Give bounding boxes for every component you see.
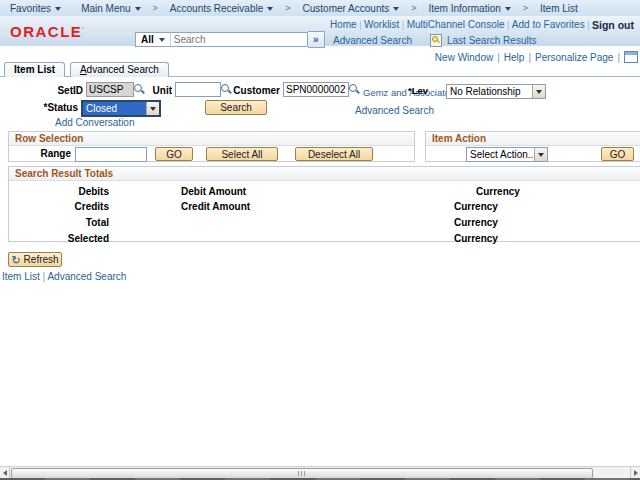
breadcrumb-separator: > — [283, 3, 292, 13]
totals-row-debits: Debits Debit Amount Currency — [9, 186, 640, 200]
customer-field[interactable]: SPN0000002 — [283, 82, 349, 97]
app-header: ORACLE' Home | Worklist | MultiChannel C… — [0, 16, 640, 46]
nav-multichannel-console-link[interactable]: MultiChannel Console — [407, 19, 505, 30]
new-window-link[interactable]: New Window — [435, 52, 493, 63]
search-result-totals-title: Search Result Totals — [9, 167, 640, 181]
customer-name-link[interactable]: Gemz and Associate — [363, 87, 450, 98]
menu-favorites[interactable]: Favorites — [0, 0, 71, 16]
separator: | — [43, 271, 46, 282]
tab-item-list[interactable]: Item List — [4, 62, 65, 77]
level-label: *Lev — [408, 85, 428, 96]
select-all-button[interactable]: Select All — [206, 147, 278, 161]
menu-main-menu[interactable]: Main Menu — [71, 0, 150, 16]
refresh-button[interactable]: ↻ Refresh — [8, 252, 62, 267]
global-search: All » — [135, 32, 325, 47]
deselect-all-button[interactable]: Deselect All — [295, 147, 373, 161]
chevron-down-icon — [267, 7, 273, 11]
separator: | — [497, 52, 500, 63]
separator: | — [507, 20, 509, 30]
peoplesoft-item-list-page: Favorites Main Menu > Accounts Receivabl… — [0, 0, 640, 480]
last-search-results-icon — [430, 34, 442, 47]
scroll-right-icon[interactable] — [630, 467, 640, 478]
search-scope-dropdown[interactable]: All — [135, 32, 170, 47]
totals-row-credits: Credits Credit Amount Currency — [9, 201, 640, 215]
search-input[interactable] — [170, 32, 308, 47]
item-action-select[interactable]: Select Action... — [466, 147, 548, 162]
header-nav: Home | Worklist | MultiChannel Console |… — [330, 18, 634, 31]
row-selection-groupbox: Row Selection Range GO Select All Desele… — [8, 131, 415, 162]
combo-arrow-icon[interactable] — [534, 148, 547, 161]
personalize-page-link[interactable]: Personalize Page — [535, 52, 613, 63]
scrollbar-grip — [298, 471, 307, 476]
unit-label: Unit — [125, 85, 172, 96]
breadcrumb-accounts-receivable[interactable]: Accounts Receivable — [160, 0, 283, 16]
oracle-logo: ORACLE' — [10, 23, 85, 40]
last-search-results-link[interactable]: Last Search Results — [447, 35, 537, 46]
customer-label: Customer — [215, 85, 280, 96]
add-conversation-link[interactable]: Add Conversation — [55, 117, 135, 128]
form-advanced-search-link[interactable]: Advanced Search — [355, 105, 434, 116]
separator: | — [587, 20, 589, 30]
search-button[interactable]: Search — [205, 100, 267, 115]
search-go-button[interactable]: » — [308, 31, 325, 48]
item-action-title: Item Action — [426, 132, 640, 146]
sign-out-link[interactable]: Sign out — [592, 19, 634, 31]
chevron-down-icon — [393, 7, 399, 11]
breadcrumb-separator: > — [521, 3, 530, 13]
horizontal-scrollbar[interactable] — [0, 466, 640, 478]
refresh-icon: ↻ — [11, 255, 20, 265]
range-go-button[interactable]: GO — [155, 147, 193, 161]
separator: | — [402, 20, 404, 30]
nav-add-to-favorites-link[interactable]: Add to Favorites — [512, 19, 585, 30]
setid-label: SetID — [20, 85, 83, 96]
chevron-down-icon — [135, 7, 141, 11]
totals-row-total: Total Currency — [9, 217, 640, 231]
range-field[interactable] — [75, 147, 147, 162]
breadcrumb-item-information[interactable]: Item Information — [419, 0, 521, 16]
status-select[interactable]: Closed — [81, 100, 161, 117]
tab-bar: Item List Advanced Search — [0, 62, 640, 77]
row-selection-title: Row Selection — [9, 132, 414, 146]
separator: | — [359, 20, 361, 30]
item-action-groupbox: Item Action Select Action... GO — [425, 131, 640, 162]
footer-links: Item List | Advanced Search — [2, 271, 126, 282]
level-select[interactable]: No Relationship — [446, 84, 546, 99]
breadcrumb-item-list[interactable]: Item List — [530, 0, 588, 16]
scroll-left-icon[interactable] — [0, 467, 10, 478]
breadcrumb: Favorites Main Menu > Accounts Receivabl… — [0, 0, 640, 17]
footer-item-list-link[interactable]: Item List — [2, 271, 40, 282]
breadcrumb-customer-accounts[interactable]: Customer Accounts — [293, 0, 410, 16]
nav-home-link[interactable]: Home — [330, 19, 357, 30]
tab-advanced-search[interactable]: Advanced Search — [70, 62, 169, 77]
nav-worklist-link[interactable]: Worklist — [364, 19, 399, 30]
breadcrumb-separator: > — [409, 3, 418, 13]
search-criteria-form: SetID USCSP Unit Customer SPN0000002 Gem… — [0, 78, 640, 130]
separator: | — [528, 52, 531, 63]
combo-arrow-icon[interactable] — [146, 102, 159, 115]
customer-lookup-magnifier-icon[interactable] — [348, 83, 360, 95]
chevron-down-icon — [505, 7, 511, 11]
item-action-go-button[interactable]: GO — [601, 147, 634, 161]
advanced-search-link[interactable]: Advanced Search — [333, 35, 412, 46]
separator: | — [617, 52, 620, 63]
range-label: Range — [21, 148, 71, 159]
footer-advanced-search-link[interactable]: Advanced Search — [47, 271, 126, 282]
help-link[interactable]: Help — [504, 52, 525, 63]
breadcrumb-separator: > — [151, 3, 160, 13]
totals-row-selected: Selected Currency — [9, 233, 640, 247]
search-links: Advanced Search Last Search Results — [333, 34, 536, 47]
chevron-down-icon — [55, 7, 61, 11]
search-result-totals-groupbox: Search Result Totals Debits Debit Amount… — [8, 166, 640, 242]
combo-arrow-icon[interactable] — [532, 85, 545, 98]
chevron-down-icon — [159, 38, 165, 42]
status-label: *Status — [18, 102, 78, 113]
